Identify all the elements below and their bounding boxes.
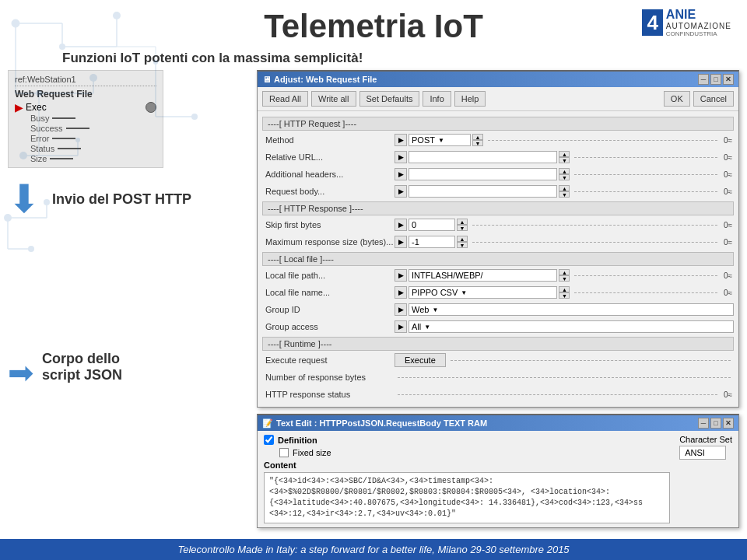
resp-bytes-dash bbox=[398, 377, 731, 378]
headers-nav-btn[interactable]: ▶ bbox=[395, 168, 407, 180]
url-dash bbox=[574, 157, 717, 158]
headers-value[interactable] bbox=[409, 168, 557, 180]
info-button[interactable]: Info bbox=[423, 91, 451, 107]
local-name-row: Local file name... ▶ PIPPO CSV ▼ ▲ ▼ bbox=[262, 285, 734, 300]
content-text[interactable]: "{<34>id<34>:<34>SBC/ID&A<34>,<34>timest… bbox=[264, 472, 670, 523]
path-value[interactable]: INTFLASH/WEBP/ bbox=[409, 269, 557, 282]
body-value[interactable] bbox=[409, 185, 557, 198]
help-button[interactable]: Help bbox=[454, 91, 486, 107]
footer-text: Telecontrollo Made in Italy: a step forw… bbox=[177, 544, 569, 555]
additional-headers-label: Additional headers... bbox=[262, 170, 395, 179]
body-down-btn[interactable]: ▼ bbox=[559, 191, 570, 198]
resp-bytes-controls bbox=[395, 377, 734, 378]
max-controls: ▶ -1 ▲ ▼ 0≈ bbox=[395, 236, 734, 248]
name-down-btn[interactable]: ▼ bbox=[559, 292, 570, 299]
method-dropdown[interactable]: POST ▼ bbox=[409, 134, 471, 146]
name-dropdown[interactable]: PIPPO CSV ▼ bbox=[409, 286, 557, 299]
dialog-icon: 🖥 bbox=[262, 75, 271, 84]
body-up-btn[interactable]: ▲ bbox=[559, 185, 570, 191]
method-up-btn[interactable]: ▲ bbox=[472, 134, 483, 140]
headers-zero: 0≈ bbox=[722, 170, 734, 179]
additional-headers-row: Additional headers... ▶ ▲ ▼ 0≈ bbox=[262, 166, 734, 182]
execute-label: Execute request bbox=[262, 355, 395, 365]
set-defaults-button[interactable]: Set Defaults bbox=[359, 91, 420, 107]
max-zero: 0≈ bbox=[722, 238, 734, 247]
response-status-label: HTTP response status bbox=[262, 390, 395, 399]
cancel-button[interactable]: Cancel bbox=[693, 91, 734, 107]
url-value[interactable] bbox=[409, 151, 557, 163]
name-dash bbox=[574, 292, 717, 293]
te-maximize-button[interactable]: □ bbox=[710, 418, 721, 429]
group-access-row: Group access ▶ All ▼ bbox=[262, 319, 734, 334]
skip-controls: ▶ 0 ▲ ▼ 0≈ bbox=[395, 219, 734, 231]
response-bytes-label: Number of response bytes bbox=[262, 373, 395, 382]
access-controls: ▶ All ▼ bbox=[395, 320, 734, 333]
request-body-label: Request body... bbox=[262, 187, 395, 196]
access-nav-btn[interactable]: ▶ bbox=[395, 320, 407, 333]
definition-checkbox[interactable] bbox=[264, 435, 274, 445]
arrow-right-icon: ➡ bbox=[8, 355, 34, 390]
path-up-btn[interactable]: ▲ bbox=[559, 269, 570, 275]
group-id-row: Group ID ▶ Web ▼ bbox=[262, 302, 734, 317]
execute-button[interactable]: Execute bbox=[395, 353, 446, 367]
skip-down-btn[interactable]: ▼ bbox=[457, 225, 468, 231]
ok-button[interactable]: OK bbox=[664, 91, 690, 107]
name-up-btn[interactable]: ▲ bbox=[559, 286, 570, 292]
method-nav-btn[interactable]: ▶ bbox=[395, 134, 407, 146]
name-zero: 0≈ bbox=[722, 289, 734, 297]
max-value[interactable]: -1 bbox=[409, 236, 455, 248]
http-request-header: ----[ HTTP Request ]---- bbox=[262, 117, 734, 131]
headers-up-btn[interactable]: ▲ bbox=[559, 168, 570, 174]
skip-nav-btn[interactable]: ▶ bbox=[395, 219, 407, 231]
url-down-btn[interactable]: ▼ bbox=[559, 157, 570, 163]
corpo-line1: Corpo dello bbox=[42, 351, 122, 367]
relative-url-row: Relative URL... ▶ ▲ ▼ 0≈ bbox=[262, 149, 734, 165]
path-down-btn[interactable]: ▼ bbox=[559, 275, 570, 282]
read-all-button[interactable]: Read All bbox=[262, 91, 308, 107]
minimize-button[interactable]: ─ bbox=[698, 74, 709, 85]
name-controls: ▶ PIPPO CSV ▼ ▲ ▼ 0≈ bbox=[395, 286, 734, 299]
write-all-button[interactable]: Write all bbox=[311, 91, 356, 107]
resp-status-controls: 0≈ bbox=[395, 390, 734, 399]
path-controls: ▶ INTFLASH/WEBP/ ▲ ▼ 0≈ bbox=[395, 269, 734, 282]
content-label: Content bbox=[264, 460, 732, 470]
dialog1-title: Adjust: Web Request File bbox=[274, 75, 377, 84]
body-dash bbox=[574, 191, 717, 192]
te-minimize-button[interactable]: ─ bbox=[698, 418, 709, 429]
url-zero: 0≈ bbox=[722, 153, 734, 162]
maximize-button[interactable]: □ bbox=[710, 74, 721, 85]
path-dash bbox=[574, 275, 717, 276]
max-nav-btn[interactable]: ▶ bbox=[395, 236, 407, 248]
fixed-size-checkbox[interactable] bbox=[279, 448, 289, 457]
path-nav-btn[interactable]: ▶ bbox=[395, 269, 407, 282]
execute-controls: Execute bbox=[395, 353, 734, 367]
body-nav-btn[interactable]: ▶ bbox=[395, 185, 407, 198]
response-bytes-row: Number of response bytes bbox=[262, 369, 734, 385]
char-set-value[interactable]: ANSI bbox=[679, 446, 726, 460]
method-zero: 0≈ bbox=[722, 136, 734, 145]
headers-dash bbox=[574, 174, 717, 175]
resp-status-zero: 0≈ bbox=[722, 390, 734, 399]
close-button[interactable]: ✕ bbox=[723, 74, 734, 85]
method-label: Method bbox=[262, 135, 395, 145]
te-close-button[interactable]: ✕ bbox=[723, 418, 734, 429]
method-controls: ▶ POST ▼ ▲ ▼ 0≈ bbox=[395, 134, 734, 146]
adjust-dialog: 🖥 Adjust: Web Request File ─ □ ✕ Read Al… bbox=[257, 70, 739, 408]
skip-up-btn[interactable]: ▲ bbox=[457, 219, 468, 225]
execute-row: Execute request Execute bbox=[262, 352, 734, 368]
url-up-btn[interactable]: ▲ bbox=[559, 151, 570, 157]
max-up-btn[interactable]: ▲ bbox=[457, 236, 468, 242]
url-nav-btn[interactable]: ▶ bbox=[395, 151, 407, 163]
max-down-btn[interactable]: ▼ bbox=[457, 242, 468, 248]
definition-label: Definition bbox=[278, 436, 317, 445]
response-status-row: HTTP response status 0≈ bbox=[262, 387, 734, 402]
method-down-btn[interactable]: ▼ bbox=[472, 140, 483, 146]
corpo-section: ➡ Corpo dello script JSON bbox=[8, 351, 249, 390]
gid-nav-btn[interactable]: ▶ bbox=[395, 303, 407, 316]
skip-dash bbox=[472, 225, 717, 226]
access-dropdown[interactable]: All ▼ bbox=[409, 320, 734, 333]
headers-down-btn[interactable]: ▼ bbox=[559, 174, 570, 180]
skip-value[interactable]: 0 bbox=[409, 219, 455, 231]
gid-dropdown[interactable]: Web ▼ bbox=[409, 303, 734, 316]
name-nav-btn[interactable]: ▶ bbox=[395, 286, 407, 299]
